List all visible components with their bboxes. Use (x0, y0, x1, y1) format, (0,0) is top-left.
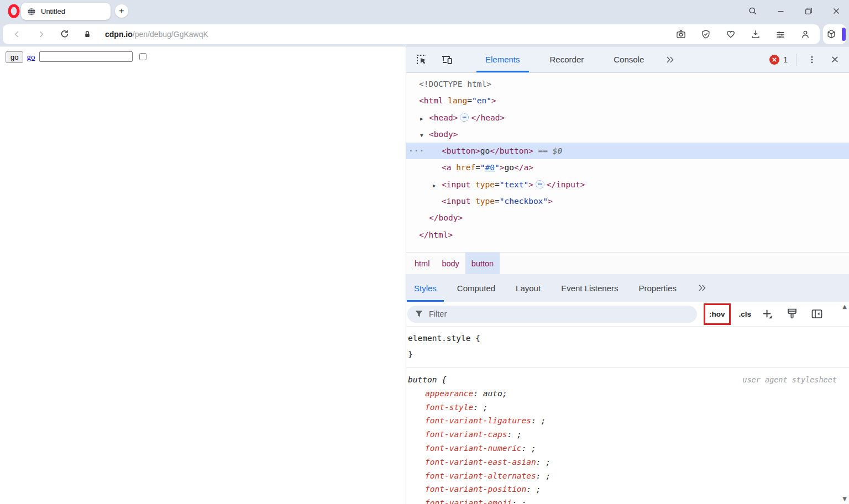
sidebar-indicator-pill[interactable] (842, 28, 846, 41)
address-bar-row: cdpn.io/pen/debug/GgKawqK (0, 22, 849, 46)
tab-console[interactable]: Console (605, 46, 653, 72)
css-property-name: font-variant-emoji (425, 498, 512, 504)
opera-logo-icon[interactable] (7, 4, 21, 18)
css-property[interactable]: font-variant-caps: ; (408, 428, 849, 442)
inspect-element-icon[interactable] (413, 51, 431, 69)
reload-icon[interactable] (57, 27, 72, 41)
page-go-link[interactable]: go (27, 53, 35, 62)
browser-search-icon[interactable] (745, 3, 761, 19)
breadcrumb-item-html[interactable]: html (408, 253, 436, 274)
toolbar-divider (796, 54, 796, 66)
more-sidebar-tabs-chevron-icon[interactable] (694, 280, 710, 296)
css-property-name: font-variant-east-asian (425, 458, 536, 466)
css-property-name: font-variant-alternates (425, 471, 536, 480)
css-property[interactable]: appearance: auto; (408, 387, 849, 401)
css-property[interactable]: font-variant-east-asian: ; (408, 455, 849, 469)
shield-check-icon[interactable] (698, 27, 714, 42)
back-icon[interactable] (9, 27, 25, 42)
element-classes-toggle[interactable]: .cls (739, 310, 752, 318)
css-colon: : (522, 444, 531, 453)
styles-pane: :hov .cls element.style { } (406, 302, 849, 504)
new-tab-button[interactable]: + (115, 4, 128, 18)
profile-person-icon[interactable] (798, 27, 813, 42)
devtools-panel: ElementsRecorderConsole 1 (406, 46, 849, 504)
css-property[interactable]: font-variant-alternates: ; (408, 469, 849, 483)
error-badge[interactable]: 1 (769, 55, 788, 65)
css-property[interactable]: font-variant-position: ; (408, 482, 849, 496)
restore-window-icon[interactable] (801, 4, 816, 18)
page-go-button[interactable]: go (6, 51, 23, 63)
browser-tab[interactable]: Untitled (21, 3, 111, 20)
url-text: cdpn.io/pen/debug/GgKawqK (105, 30, 208, 39)
user-agent-rule[interactable]: button { user agent stylesheet appearanc… (406, 368, 849, 504)
sidebar-tab-styles[interactable]: Styles (407, 274, 444, 302)
pseudo-state-toggle[interactable]: :hov (709, 310, 725, 318)
toggle-sidebar-panel-icon[interactable] (809, 306, 825, 322)
browser-tab-strip: Untitled + (0, 0, 849, 22)
snapshot-camera-icon[interactable] (673, 27, 689, 42)
minimize-icon[interactable] (774, 4, 788, 18)
row-menu-dots-icon[interactable]: ... (408, 140, 424, 157)
dom-tree-row[interactable]: <html lang="en"> (406, 92, 849, 109)
rendering-brush-icon[interactable] (784, 306, 800, 322)
dom-code-segment: = (495, 197, 500, 206)
dom-tree-row[interactable]: ▼<body> (406, 126, 849, 143)
tab-recorder[interactable]: Recorder (541, 46, 593, 72)
css-property[interactable]: font-style: ; (408, 401, 849, 414)
heart-icon[interactable] (723, 27, 738, 42)
css-property[interactable]: font-variant-ligatures: ; (408, 414, 849, 428)
ellipsis-expand-icon[interactable]: ⋯ (460, 113, 469, 122)
sidebar-tab-properties[interactable]: Properties (632, 274, 684, 302)
close-devtools-icon[interactable] (827, 52, 842, 67)
ellipsis-expand-icon[interactable]: ⋯ (536, 180, 544, 188)
tab-elements[interactable]: Elements (476, 46, 529, 72)
css-property-name: font-variant-ligatures (425, 416, 531, 425)
lock-icon[interactable] (80, 27, 95, 41)
scrollbar-up-arrow[interactable]: ▲ (842, 304, 847, 309)
scrollbar-down-arrow[interactable]: ▼ (842, 496, 847, 502)
page-checkbox[interactable] (139, 53, 146, 60)
kebab-menu-icon[interactable] (805, 53, 819, 67)
dom-tree-row[interactable]: ...<button>go</button> == $0 (406, 143, 849, 159)
download-icon[interactable] (748, 27, 763, 42)
sidebar-tab-event-listeners[interactable]: Event Listeners (554, 274, 625, 302)
element-style-rule[interactable]: element.style { } (406, 327, 849, 368)
chevron-right-icon[interactable]: ▶ (433, 177, 442, 194)
extensions-cube-icon[interactable] (824, 27, 839, 42)
forward-icon[interactable] (33, 27, 49, 42)
dom-code-segment: lang (448, 96, 467, 105)
dom-code-segment: href (456, 163, 475, 172)
device-toolbar-icon[interactable] (438, 51, 456, 69)
dom-tree-row[interactable]: </html> (406, 227, 849, 243)
sidebar-tab-computed[interactable]: Computed (450, 274, 502, 302)
easy-setup-sliders-icon[interactable] (773, 27, 788, 42)
dom-tree-row[interactable]: <input type="checkbox"> (406, 193, 849, 209)
css-property[interactable]: font-variant-emoji: ; (408, 496, 849, 504)
page-text-input[interactable] (39, 51, 133, 62)
dom-code-segment: <input (442, 197, 470, 206)
url-bar[interactable]: cdpn.io/pen/debug/GgKawqK (3, 24, 820, 44)
breadcrumb-item-button[interactable]: button (465, 253, 500, 274)
styles-filter-input[interactable] (429, 309, 690, 318)
close-window-icon[interactable] (829, 4, 843, 18)
tab-title: Untitled (41, 7, 65, 15)
dom-tree-row[interactable]: ▶<head>⋯</head> (406, 109, 849, 126)
dom-tree-row[interactable]: <!DOCTYPE html> (406, 76, 849, 92)
sidebar-panel-box (823, 24, 846, 44)
more-tabs-chevron-icon[interactable] (662, 52, 678, 67)
dom-tree-row[interactable]: <a href="#0">go</a> (406, 159, 849, 176)
styles-filter[interactable] (407, 306, 697, 323)
sidebar-tab-layout[interactable]: Layout (509, 274, 548, 302)
url-path: /pen/debug/GgKawqK (133, 30, 208, 39)
new-style-rule-plus-icon[interactable] (759, 306, 775, 322)
error-count: 1 (783, 55, 788, 64)
chevron-right-icon[interactable]: ▶ (420, 111, 429, 127)
error-icon (769, 55, 779, 65)
dom-tree-row[interactable]: ▶<input type="text">⋯</input> (406, 176, 849, 193)
dom-tree-row[interactable]: </body> (406, 209, 849, 226)
css-colon: : (536, 471, 546, 480)
element-style-line: element.style { (408, 330, 849, 347)
element-style-line: } (408, 347, 849, 363)
breadcrumb-item-body[interactable]: body (436, 253, 465, 274)
css-property[interactable]: font-variant-numeric: ; (408, 442, 849, 455)
